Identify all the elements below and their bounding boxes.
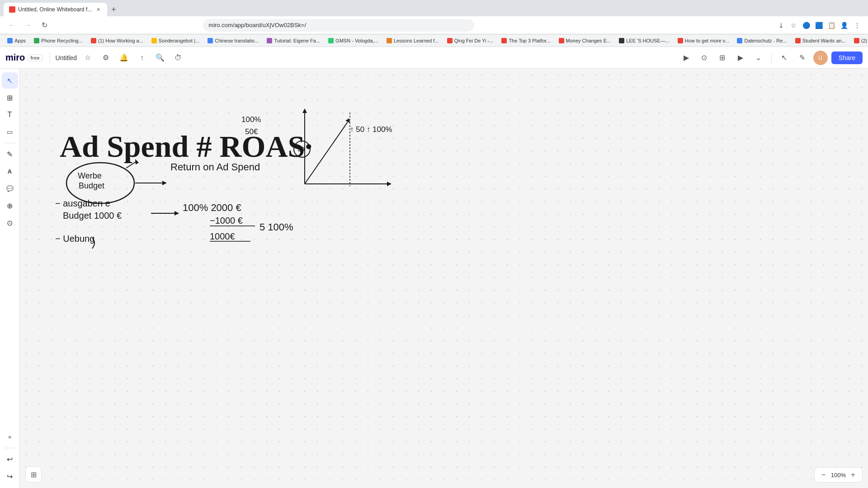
browser-chrome: Untitled, Online Whiteboard f... ✕ + ← →… xyxy=(0,0,868,47)
avatar-button[interactable]: U xyxy=(813,51,828,65)
redo-button[interactable]: ↪ xyxy=(2,468,18,484)
sticky-tool-button[interactable]: ▭ xyxy=(2,124,18,140)
highlighter-tool-button[interactable]: A xyxy=(2,163,18,179)
circle-text-2: Budget xyxy=(79,181,104,190)
miro-logo-text: miro xyxy=(5,52,25,63)
bookmark-13[interactable]: Datenschutz - Re... xyxy=(733,37,790,44)
shapes-tool-button[interactable]: ⊕ xyxy=(2,197,18,214)
active-tab[interactable]: Untitled, Online Whiteboard f... ✕ xyxy=(4,3,107,16)
bookmark-1[interactable]: Phone Recycling... xyxy=(30,37,86,44)
zoom-icon-button[interactable]: ⊙ xyxy=(697,51,712,65)
circle-text-1: Werbe xyxy=(78,171,102,180)
view-toggle-button[interactable]: ▶ xyxy=(679,51,693,65)
zoom-controls: − 100% + xyxy=(814,467,863,483)
comment-tool-button[interactable]: 💬 xyxy=(2,180,18,197)
export-button[interactable]: ↑ xyxy=(135,51,149,65)
frames-panel-button[interactable]: ⊞ xyxy=(715,51,730,65)
graph-right-1: ↑ 50 ↑ 100% xyxy=(350,125,392,134)
header-divider-2 xyxy=(771,52,772,63)
miro-free-badge: free xyxy=(28,54,42,61)
notifications-button[interactable]: 🔔 xyxy=(117,51,131,65)
bookmark-11[interactable]: LEE 'S HOUSE—... xyxy=(615,37,673,44)
miro-body: ↖ ⊞ T ▭ ✎ A 💬 ⊕ ⊙ » ↩ ↪ Ad Spend # ROAS· xyxy=(0,69,868,488)
uebung-text: − Uebung xyxy=(55,234,94,244)
download-icon[interactable]: ⤓ xyxy=(776,20,787,31)
bookmark-7[interactable]: Lessons Learned f... xyxy=(383,37,443,44)
bookmarks-bar: Apps Phone Recycling... (1) How Working … xyxy=(0,34,868,47)
url-bar[interactable]: miro.com/app/board/uXjVOw02BSk=/ xyxy=(203,19,474,32)
whiteboard-svg: Ad Spend # ROAS· Werbe Budget Return on … xyxy=(20,69,868,488)
bookmark-8[interactable]: Qing Fei De Yi -... xyxy=(443,37,497,44)
frames-nav-button[interactable]: ⊞ xyxy=(25,466,42,483)
select-tool-button[interactable]: ↖ xyxy=(2,72,18,89)
search-button[interactable]: 🔍 xyxy=(153,51,167,65)
back-button[interactable]: ← xyxy=(5,19,18,32)
bookmark-15[interactable]: (2) How To Add A... xyxy=(850,37,868,44)
board-title[interactable]: Untitled xyxy=(56,54,77,61)
graph-circle-label: 50 xyxy=(297,145,305,153)
select-tool-header-button[interactable]: ↖ xyxy=(777,51,792,65)
profile-icon[interactable]: 👤 xyxy=(839,20,850,31)
settings-button[interactable]: ⚙ xyxy=(99,51,113,65)
star-icon[interactable]: ☆ xyxy=(788,20,799,31)
header-divider xyxy=(50,52,50,63)
menu-icon[interactable]: ⋮ xyxy=(852,20,863,31)
zoom-level-text: 100% xyxy=(831,472,846,479)
miro-app: miro free Untitled ☆ ⚙ 🔔 ↑ 🔍 ⏱ ▶ ⊙ ⊞ ▶ ⌄… xyxy=(0,47,868,488)
url-text: miro.com/app/board/uXjVOw02BSk=/ xyxy=(208,22,306,28)
tool-separator-1 xyxy=(5,143,15,143)
annotation-2-label: Budget 1000 € xyxy=(63,211,122,221)
subtitle-text: Return on Ad Spend xyxy=(170,161,260,173)
tab-favicon xyxy=(9,6,15,13)
bookmark-5[interactable]: Tutorial: Eigene Fa... xyxy=(263,37,324,44)
y-axis-arrow xyxy=(302,108,307,113)
text-tool-button[interactable]: T xyxy=(2,107,18,123)
reload-button[interactable]: ↻ xyxy=(38,19,51,32)
bottom-1000: 1000€ xyxy=(210,231,235,241)
pen-tool-button[interactable]: ✎ xyxy=(2,146,18,162)
bookmark-4[interactable]: Chinese translatio... xyxy=(204,37,262,44)
zoom-in-button[interactable]: + xyxy=(848,469,859,480)
timer-button[interactable]: ⏱ xyxy=(171,51,185,65)
x-axis-arrow xyxy=(387,182,392,186)
frames-tool-button[interactable]: ⊞ xyxy=(2,89,18,106)
bookmark-apps[interactable]: Apps xyxy=(4,37,29,44)
arrow-2-head xyxy=(175,211,179,216)
share-button[interactable]: Share xyxy=(831,52,863,64)
zoom-out-button[interactable]: − xyxy=(818,469,829,480)
ext2-icon[interactable]: 🟦 xyxy=(814,20,825,31)
ext1-icon[interactable]: 🔵 xyxy=(801,20,812,31)
bookmark-6[interactable]: GMSN - Vologda,... xyxy=(325,37,382,44)
bookmark-10[interactable]: Money Changes E... xyxy=(555,37,615,44)
ext3-icon[interactable]: 📋 xyxy=(826,20,837,31)
bookmark-9[interactable]: The Top 3 Platfor... xyxy=(498,37,554,44)
miro-header: miro free Untitled ☆ ⚙ 🔔 ↑ 🔍 ⏱ ▶ ⊙ ⊞ ▶ ⌄… xyxy=(0,47,868,69)
minus-1000: −1000 € xyxy=(210,216,243,225)
main-title-text: Ad Spend # ROAS· xyxy=(60,129,312,164)
zoom-area-button[interactable]: ⊙ xyxy=(2,215,18,231)
arrow-head-1 xyxy=(162,181,167,185)
edit-tool-header-button[interactable]: ✎ xyxy=(795,51,810,65)
bookmark-12[interactable]: How to get more v... xyxy=(674,37,733,44)
tab-bar: Untitled, Online Whiteboard f... ✕ + xyxy=(0,0,868,16)
graph-label-100: 100% xyxy=(241,115,261,124)
bookmark-14[interactable]: Student Wants an... xyxy=(792,37,849,44)
more-tools-button[interactable]: » xyxy=(2,429,18,445)
browser-actions: ⤓ ☆ 🔵 🟦 📋 👤 ⋮ xyxy=(776,20,863,31)
bookmark-3[interactable]: Sonderangebot |... xyxy=(148,37,203,44)
present-button[interactable]: ▶ xyxy=(733,51,748,65)
tab-close-button[interactable]: ✕ xyxy=(94,6,102,13)
overflow-button[interactable]: ⌄ xyxy=(751,51,766,65)
board-title-star-button[interactable]: ☆ xyxy=(80,51,95,65)
tool-separator-2 xyxy=(5,448,15,448)
new-tab-button[interactable]: + xyxy=(107,3,120,16)
bookmark-2[interactable]: (1) How Working a... xyxy=(87,37,147,44)
graph-label-50c: 50€ xyxy=(245,127,258,136)
canvas-area[interactable]: Ad Spend # ROAS· Werbe Budget Return on … xyxy=(20,69,868,488)
undo-button[interactable]: ↩ xyxy=(2,451,18,467)
forward-button[interactable]: → xyxy=(22,19,34,32)
five-100: 5 100% xyxy=(259,221,293,233)
address-bar: ← → ↻ miro.com/app/board/uXjVOw02BSk=/ ⤓… xyxy=(0,16,868,34)
annotation-1-label: − ausgaben e xyxy=(55,198,110,208)
percent-text: 100% 2000 € xyxy=(183,202,241,213)
